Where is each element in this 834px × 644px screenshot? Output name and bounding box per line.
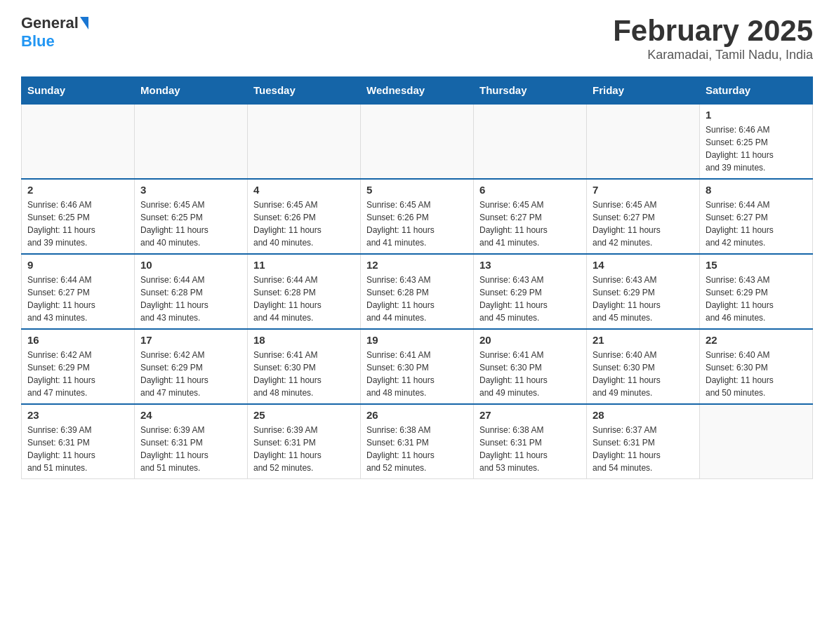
day-info: Sunrise: 6:41 AM Sunset: 6:30 PM Dayligh… [366, 349, 468, 399]
day-number: 17 [140, 334, 241, 346]
calendar-cell: 10Sunrise: 6:44 AM Sunset: 6:28 PM Dayli… [135, 254, 248, 329]
day-number: 2 [27, 184, 128, 196]
day-number: 9 [27, 259, 128, 271]
calendar-cell: 26Sunrise: 6:38 AM Sunset: 6:31 PM Dayli… [361, 404, 474, 479]
calendar-week-row: 16Sunrise: 6:42 AM Sunset: 6:29 PM Dayli… [22, 329, 813, 404]
day-number: 21 [593, 334, 694, 346]
day-number: 19 [366, 334, 468, 346]
weekday-header-sunday: Sunday [22, 77, 135, 105]
day-number: 16 [27, 334, 128, 346]
day-info: Sunrise: 6:40 AM Sunset: 6:30 PM Dayligh… [593, 349, 694, 399]
day-number: 1 [706, 109, 807, 121]
calendar-cell: 9Sunrise: 6:44 AM Sunset: 6:27 PM Daylig… [22, 254, 135, 329]
day-info: Sunrise: 6:44 AM Sunset: 6:27 PM Dayligh… [706, 199, 807, 249]
calendar-cell: 22Sunrise: 6:40 AM Sunset: 6:30 PM Dayli… [700, 329, 813, 404]
weekday-header-friday: Friday [587, 77, 700, 105]
calendar-week-row: 9Sunrise: 6:44 AM Sunset: 6:27 PM Daylig… [22, 254, 813, 329]
calendar-cell: 4Sunrise: 6:45 AM Sunset: 6:26 PM Daylig… [248, 179, 361, 254]
day-info: Sunrise: 6:40 AM Sunset: 6:30 PM Dayligh… [706, 349, 807, 399]
day-info: Sunrise: 6:42 AM Sunset: 6:29 PM Dayligh… [140, 349, 241, 399]
day-info: Sunrise: 6:39 AM Sunset: 6:31 PM Dayligh… [253, 424, 355, 474]
calendar-cell: 14Sunrise: 6:43 AM Sunset: 6:29 PM Dayli… [587, 254, 700, 329]
calendar-cell: 25Sunrise: 6:39 AM Sunset: 6:31 PM Dayli… [248, 404, 361, 479]
location-text: Karamadai, Tamil Nadu, India [613, 48, 813, 62]
day-info: Sunrise: 6:44 AM Sunset: 6:27 PM Dayligh… [27, 274, 128, 324]
day-info: Sunrise: 6:41 AM Sunset: 6:30 PM Dayligh… [479, 349, 581, 399]
day-number: 22 [706, 334, 807, 346]
calendar-cell: 19Sunrise: 6:41 AM Sunset: 6:30 PM Dayli… [361, 329, 474, 404]
weekday-header-thursday: Thursday [474, 77, 587, 105]
day-info: Sunrise: 6:43 AM Sunset: 6:29 PM Dayligh… [479, 274, 581, 324]
page-header: General Blue February 2025 Karamadai, Ta… [21, 14, 813, 62]
logo-arrow-icon [80, 17, 88, 29]
calendar-cell [22, 104, 135, 179]
calendar-cell: 16Sunrise: 6:42 AM Sunset: 6:29 PM Dayli… [22, 329, 135, 404]
calendar-week-row: 1Sunrise: 6:46 AM Sunset: 6:25 PM Daylig… [22, 104, 813, 179]
day-info: Sunrise: 6:43 AM Sunset: 6:29 PM Dayligh… [593, 274, 694, 324]
weekday-header-wednesday: Wednesday [361, 77, 474, 105]
calendar-cell: 24Sunrise: 6:39 AM Sunset: 6:31 PM Dayli… [135, 404, 248, 479]
day-number: 23 [27, 409, 128, 421]
calendar-cell [587, 104, 700, 179]
day-number: 15 [706, 259, 807, 271]
day-info: Sunrise: 6:39 AM Sunset: 6:31 PM Dayligh… [140, 424, 241, 474]
calendar-cell: 18Sunrise: 6:41 AM Sunset: 6:30 PM Dayli… [248, 329, 361, 404]
calendar-cell: 20Sunrise: 6:41 AM Sunset: 6:30 PM Dayli… [474, 329, 587, 404]
day-number: 12 [366, 259, 468, 271]
calendar-cell [700, 404, 813, 479]
calendar-cell: 3Sunrise: 6:45 AM Sunset: 6:25 PM Daylig… [135, 179, 248, 254]
weekday-header-monday: Monday [135, 77, 248, 105]
day-number: 3 [140, 184, 241, 196]
day-info: Sunrise: 6:45 AM Sunset: 6:26 PM Dayligh… [253, 199, 355, 249]
title-area: February 2025 Karamadai, Tamil Nadu, Ind… [613, 14, 813, 62]
calendar-cell: 12Sunrise: 6:43 AM Sunset: 6:28 PM Dayli… [361, 254, 474, 329]
calendar-cell: 11Sunrise: 6:44 AM Sunset: 6:28 PM Dayli… [248, 254, 361, 329]
day-info: Sunrise: 6:39 AM Sunset: 6:31 PM Dayligh… [27, 424, 128, 474]
day-number: 11 [253, 259, 355, 271]
day-info: Sunrise: 6:43 AM Sunset: 6:28 PM Dayligh… [366, 274, 468, 324]
day-info: Sunrise: 6:46 AM Sunset: 6:25 PM Dayligh… [27, 199, 128, 249]
day-number: 24 [140, 409, 241, 421]
day-info: Sunrise: 6:45 AM Sunset: 6:25 PM Dayligh… [140, 199, 241, 249]
day-number: 18 [253, 334, 355, 346]
day-number: 10 [140, 259, 241, 271]
weekday-header-tuesday: Tuesday [248, 77, 361, 105]
weekday-header-row: SundayMondayTuesdayWednesdayThursdayFrid… [22, 77, 813, 105]
calendar-cell [248, 104, 361, 179]
day-info: Sunrise: 6:45 AM Sunset: 6:27 PM Dayligh… [593, 199, 694, 249]
calendar-cell: 21Sunrise: 6:40 AM Sunset: 6:30 PM Dayli… [587, 329, 700, 404]
calendar-cell: 15Sunrise: 6:43 AM Sunset: 6:29 PM Dayli… [700, 254, 813, 329]
day-info: Sunrise: 6:44 AM Sunset: 6:28 PM Dayligh… [140, 274, 241, 324]
day-info: Sunrise: 6:44 AM Sunset: 6:28 PM Dayligh… [253, 274, 355, 324]
calendar-cell: 1Sunrise: 6:46 AM Sunset: 6:25 PM Daylig… [700, 104, 813, 179]
calendar-week-row: 2Sunrise: 6:46 AM Sunset: 6:25 PM Daylig… [22, 179, 813, 254]
logo-blue-text: Blue [21, 32, 55, 50]
day-info: Sunrise: 6:45 AM Sunset: 6:26 PM Dayligh… [366, 199, 468, 249]
logo-general-text: General [21, 14, 79, 32]
day-info: Sunrise: 6:42 AM Sunset: 6:29 PM Dayligh… [27, 349, 128, 399]
calendar-cell: 17Sunrise: 6:42 AM Sunset: 6:29 PM Dayli… [135, 329, 248, 404]
day-number: 8 [706, 184, 807, 196]
day-info: Sunrise: 6:43 AM Sunset: 6:29 PM Dayligh… [706, 274, 807, 324]
calendar-cell [474, 104, 587, 179]
month-title: February 2025 [613, 14, 813, 48]
calendar-cell: 7Sunrise: 6:45 AM Sunset: 6:27 PM Daylig… [587, 179, 700, 254]
calendar-cell: 13Sunrise: 6:43 AM Sunset: 6:29 PM Dayli… [474, 254, 587, 329]
day-info: Sunrise: 6:41 AM Sunset: 6:30 PM Dayligh… [253, 349, 355, 399]
day-number: 4 [253, 184, 355, 196]
day-number: 13 [479, 259, 581, 271]
day-info: Sunrise: 6:46 AM Sunset: 6:25 PM Dayligh… [706, 123, 807, 174]
calendar-cell: 6Sunrise: 6:45 AM Sunset: 6:27 PM Daylig… [474, 179, 587, 254]
day-number: 6 [479, 184, 581, 196]
calendar-cell: 5Sunrise: 6:45 AM Sunset: 6:26 PM Daylig… [361, 179, 474, 254]
day-number: 27 [479, 409, 581, 421]
weekday-header-saturday: Saturday [700, 77, 813, 105]
day-number: 25 [253, 409, 355, 421]
day-number: 20 [479, 334, 581, 346]
day-number: 28 [593, 409, 694, 421]
day-info: Sunrise: 6:38 AM Sunset: 6:31 PM Dayligh… [366, 424, 468, 474]
day-number: 14 [593, 259, 694, 271]
day-number: 5 [366, 184, 468, 196]
day-info: Sunrise: 6:37 AM Sunset: 6:31 PM Dayligh… [593, 424, 694, 474]
calendar-cell: 2Sunrise: 6:46 AM Sunset: 6:25 PM Daylig… [22, 179, 135, 254]
